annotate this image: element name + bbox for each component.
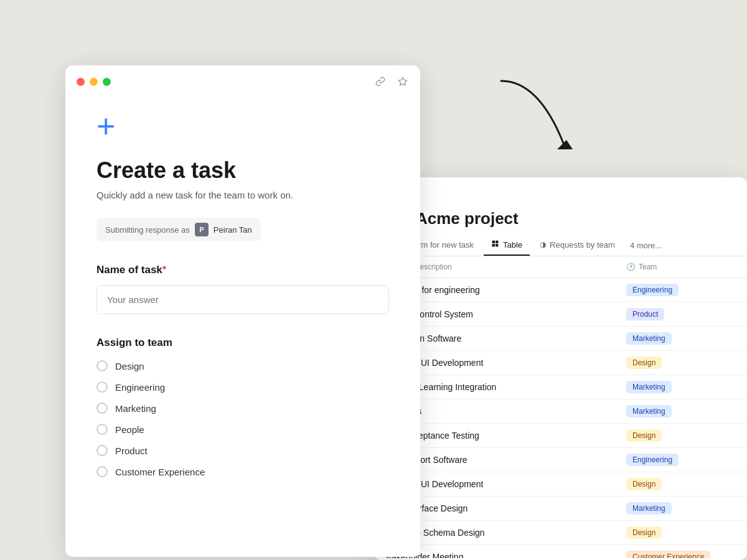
team-cell: Design <box>616 351 747 375</box>
team-badge: Design <box>626 526 662 539</box>
user-name: Peiran Tan <box>214 225 252 235</box>
form-subtitle: Quickly add a new task for the team to w… <box>96 190 389 200</box>
table-row[interactable]: Frontend UI DevelopmentDesign <box>374 351 747 375</box>
table-row[interactable]: Habitat Control SystemProduct <box>374 302 747 327</box>
table-row[interactable]: Life Support SoftwareEngineering <box>374 448 747 472</box>
team-badge: Design <box>626 429 662 442</box>
project-title: Acme project <box>416 209 519 228</box>
team-badge: Marketing <box>626 502 672 515</box>
svg-rect-5 <box>496 244 498 246</box>
tab-table[interactable]: Table <box>484 235 530 256</box>
team-badge: Engineering <box>626 454 679 466</box>
radio-customer-experience[interactable]: Customer Experience <box>96 466 389 477</box>
link-icon[interactable] <box>374 75 387 88</box>
radio-circle-engineering <box>96 381 108 393</box>
close-dot[interactable] <box>77 78 85 86</box>
table-header-row: Aa Short description 🕐 Team <box>374 256 747 278</box>
team-cell: Product <box>616 302 747 327</box>
table-row[interactable]: User Interface DesignMarketing <box>374 497 747 521</box>
radio-label-people: People <box>115 424 144 435</box>
form-content: + Create a task Quickly add a new task f… <box>65 98 420 502</box>
titlebar-left <box>65 65 420 98</box>
radio-design[interactable]: Design <box>96 360 389 371</box>
team-cell: Marketing <box>616 497 747 521</box>
table-row[interactable]: Navigation SoftwareMarketing <box>374 327 747 351</box>
radio-marketing[interactable]: Marketing <box>96 403 389 414</box>
clock-icon: 🕐 <box>626 263 636 271</box>
form-title: Create a task <box>96 157 389 184</box>
radio-label-customer: Customer Experience <box>115 467 205 477</box>
minimize-dot[interactable] <box>90 78 98 86</box>
radio-label-product: Product <box>115 446 148 456</box>
acme-project-window: 🚀 Acme project 📋 Form for new task Table… <box>374 177 747 560</box>
radio-label-marketing: Marketing <box>115 403 156 414</box>
table-row[interactable]: Database Schema DesignDesign <box>374 521 747 545</box>
star-icon[interactable] <box>397 75 409 88</box>
team-cell: Customer Experience <box>616 545 747 559</box>
table-container[interactable]: Aa Short description 🕐 Team New task for… <box>374 256 747 558</box>
arrow-annotation <box>489 68 613 168</box>
task-name-label: Name of task* <box>96 264 389 276</box>
radio-circle-product <box>96 445 108 456</box>
assign-team-label: Assign to team <box>96 337 389 349</box>
team-cell: Engineering <box>616 278 747 302</box>
col-team-header: 🕐 Team <box>616 256 747 278</box>
table-row[interactable]: User Acceptance TestingDesign <box>374 424 747 448</box>
radio-circle-customer <box>96 466 108 477</box>
svg-rect-4 <box>492 244 495 246</box>
submitting-label: Submitting response as <box>105 225 190 235</box>
radio-circle-design <box>96 360 108 371</box>
radio-engineering[interactable]: Engineering <box>96 381 389 393</box>
svg-marker-1 <box>557 140 573 149</box>
table-row[interactable]: Frontend UI DevelopmentDesign <box>374 472 747 497</box>
team-cell: Marketing <box>616 399 747 424</box>
tab-requests-label: Requests by team <box>550 240 615 250</box>
team-cell: Marketing <box>616 327 747 351</box>
create-task-window: + Create a task Quickly add a new task f… <box>65 65 420 557</box>
team-badge: Marketing <box>626 332 672 345</box>
team-cell: Marketing <box>616 375 747 399</box>
tab-table-label: Table <box>503 240 522 250</box>
radio-label-design: Design <box>115 361 144 371</box>
team-badge: Product <box>626 308 664 320</box>
svg-rect-2 <box>492 241 495 243</box>
table-row[interactable]: Unit TestsMarketing <box>374 399 747 424</box>
table-row[interactable]: New task for engineeringEngineering <box>374 278 747 302</box>
team-badge: Design <box>626 357 662 369</box>
team-radio-group: Design Engineering Marketing People Prod… <box>96 360 389 477</box>
table-row[interactable]: Stakeholder MeetingCustomer Experience <box>374 545 747 559</box>
team-cell: Design <box>616 521 747 545</box>
required-star: * <box>162 264 167 276</box>
maximize-dot[interactable] <box>103 78 111 86</box>
team-badge: Engineering <box>626 284 679 296</box>
team-badge: Marketing <box>626 405 672 418</box>
tab-requests-by-team[interactable]: ◑ Requests by team <box>532 235 622 256</box>
more-tabs-button[interactable]: 4 more... <box>625 236 667 255</box>
radio-people[interactable]: People <box>96 424 389 435</box>
team-cell: Design <box>616 472 747 497</box>
team-badge: Design <box>626 478 662 490</box>
team-badge: Customer Experience <box>626 551 710 558</box>
radio-circle-people <box>96 424 108 435</box>
svg-rect-3 <box>496 241 498 243</box>
team-badge: Marketing <box>626 381 672 393</box>
table-tab-icon <box>491 240 499 250</box>
radio-label-engineering: Engineering <box>115 382 165 393</box>
submitting-as-bar: Submitting response as P Peiran Tan <box>96 218 261 241</box>
table-row[interactable]: Machine Learning IntegrationMarketing <box>374 375 747 399</box>
svg-marker-0 <box>398 77 406 85</box>
task-name-input[interactable] <box>96 285 389 314</box>
team-cell: Design <box>616 424 747 448</box>
titlebar-right <box>374 177 747 203</box>
team-cell: Engineering <box>616 448 747 472</box>
tab-bar: 📋 Form for new task Table ◑ Requests by … <box>374 235 747 256</box>
radio-product[interactable]: Product <box>96 445 389 456</box>
table-body: New task for engineeringEngineeringHabit… <box>374 278 747 559</box>
radio-circle-marketing <box>96 403 108 414</box>
chart-tab-icon: ◑ <box>540 240 546 249</box>
user-avatar: P <box>195 223 209 236</box>
project-header: 🚀 Acme project <box>374 203 747 228</box>
plus-icon: + <box>96 110 389 142</box>
tasks-table: Aa Short description 🕐 Team New task for… <box>374 256 747 558</box>
